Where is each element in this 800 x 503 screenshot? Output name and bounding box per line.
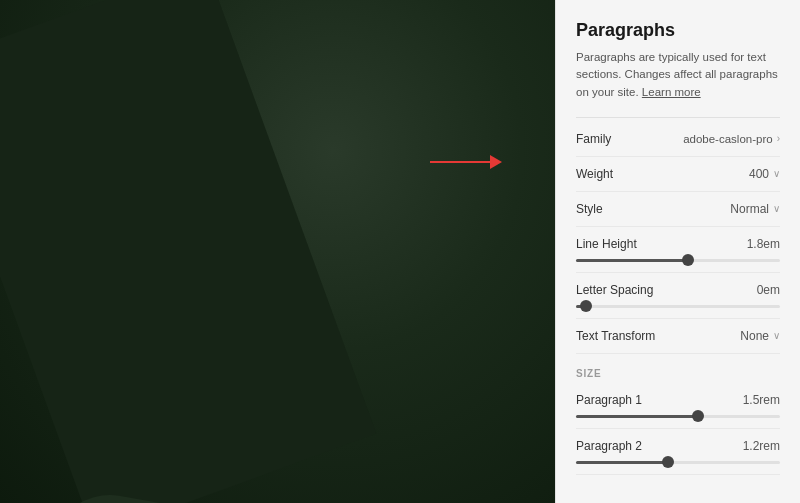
letter-spacing-value: 0em — [757, 283, 780, 297]
style-row: Style Normal ∨ — [576, 192, 780, 227]
paragraph1-slider-thumb[interactable] — [692, 410, 704, 422]
style-chevron-icon: ∨ — [773, 203, 780, 214]
paragraph1-label: Paragraph 1 — [576, 393, 642, 407]
style-value-container[interactable]: Normal ∨ — [730, 202, 780, 216]
letter-spacing-slider-thumb[interactable] — [580, 300, 592, 312]
letter-spacing-label: Letter Spacing — [576, 283, 653, 297]
paragraph2-slider-fill — [576, 461, 668, 464]
letter-spacing-header: Letter Spacing 0em — [576, 283, 780, 297]
size-section-label: SIZE — [576, 368, 780, 379]
panel-description: Paragraphs are typically used for text s… — [576, 49, 780, 101]
weight-value: 400 — [749, 167, 769, 181]
letter-spacing-row: Letter Spacing 0em — [576, 273, 780, 319]
arrow-shape — [430, 155, 502, 169]
line-height-slider-thumb[interactable] — [682, 254, 694, 266]
panel-title: Paragraphs — [576, 20, 780, 41]
preview-panel: Featured Work Crosby Shop Our Story Jour… — [0, 0, 555, 503]
learn-more-link[interactable]: Learn more — [642, 86, 701, 98]
family-value: adobe-caslon-pro — [683, 133, 773, 145]
paragraph2-slider[interactable] — [576, 461, 780, 464]
style-value: Normal — [730, 202, 769, 216]
weight-chevron-icon: ∨ — [773, 168, 780, 179]
paragraph1-value: 1.5rem — [743, 393, 780, 407]
weight-label: Weight — [576, 167, 613, 181]
paragraph2-value: 1.2rem — [743, 439, 780, 453]
style-label: Style — [576, 202, 603, 216]
top-divider — [576, 117, 780, 118]
line-height-value: 1.8em — [747, 237, 780, 251]
line-height-slider[interactable] — [576, 259, 780, 262]
paragraph1-header: Paragraph 1 1.5rem — [576, 393, 780, 407]
letter-spacing-slider[interactable] — [576, 305, 780, 308]
weight-value-container[interactable]: 400 ∨ — [749, 167, 780, 181]
paragraph2-row: Paragraph 2 1.2rem — [576, 429, 780, 475]
text-transform-row: Text Transform None ∨ — [576, 319, 780, 354]
family-value-container[interactable]: adobe-caslon-pro › — [683, 133, 780, 145]
line-height-row: Line Height 1.8em — [576, 227, 780, 273]
paragraph1-slider[interactable] — [576, 415, 780, 418]
settings-panel[interactable]: Paragraphs Paragraphs are typically used… — [555, 0, 800, 503]
paragraph2-header: Paragraph 2 1.2rem — [576, 439, 780, 453]
paragraph1-slider-fill — [576, 415, 698, 418]
line-height-slider-fill — [576, 259, 688, 262]
line-height-label: Line Height — [576, 237, 637, 251]
weight-row: Weight 400 ∨ — [576, 157, 780, 192]
family-label: Family — [576, 132, 611, 146]
text-transform-value: None — [740, 329, 769, 343]
text-transform-chevron-icon: ∨ — [773, 330, 780, 341]
family-row: Family adobe-caslon-pro › — [576, 122, 780, 157]
arrow-line — [430, 161, 490, 163]
paragraph2-slider-thumb[interactable] — [662, 456, 674, 468]
paragraph1-row: Paragraph 1 1.5rem — [576, 383, 780, 429]
line-height-header: Line Height 1.8em — [576, 237, 780, 251]
paragraph2-label: Paragraph 2 — [576, 439, 642, 453]
family-chevron-icon: › — [777, 133, 780, 144]
text-transform-label: Text Transform — [576, 329, 655, 343]
arrow-head — [490, 155, 502, 169]
text-transform-value-container[interactable]: None ∨ — [740, 329, 780, 343]
arrow-indicator — [430, 155, 502, 169]
